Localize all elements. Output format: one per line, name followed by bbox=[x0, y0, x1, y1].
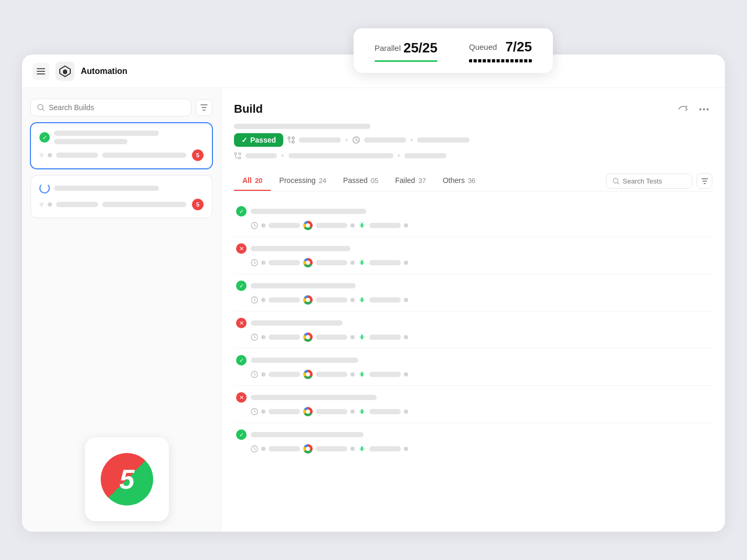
svg-point-12 bbox=[234, 153, 237, 155]
tab-processing-label: Processing bbox=[279, 176, 315, 185]
skeleton-dot bbox=[48, 202, 52, 207]
svg-point-35 bbox=[361, 447, 361, 447]
android-icon bbox=[358, 445, 366, 453]
svg-point-27 bbox=[362, 335, 363, 336]
test-row-top: ✓ bbox=[236, 206, 710, 217]
skeleton-dot bbox=[350, 447, 355, 451]
tests-filter-button[interactable] bbox=[697, 173, 712, 189]
build-meta-top bbox=[234, 124, 712, 129]
skeleton-dot bbox=[404, 261, 408, 265]
menu-button[interactable] bbox=[33, 63, 49, 80]
test-row-top: ✓ bbox=[236, 281, 710, 291]
skeleton-line bbox=[316, 260, 347, 265]
skeleton-line bbox=[316, 409, 347, 414]
parallel-value: 25/25 bbox=[403, 40, 437, 56]
skeleton-line bbox=[269, 223, 300, 228]
test-row-bottom bbox=[236, 407, 710, 416]
skeleton-line bbox=[404, 153, 446, 158]
tab-others[interactable]: Others 36 bbox=[434, 171, 484, 191]
skeleton-line bbox=[369, 335, 401, 340]
test-row-bottom bbox=[236, 258, 710, 267]
filter-button[interactable] bbox=[196, 99, 212, 116]
test-row[interactable]: ✕ bbox=[234, 386, 712, 423]
app-logo bbox=[56, 62, 74, 81]
search-builds-input[interactable] bbox=[49, 103, 185, 112]
skeleton-line bbox=[316, 372, 347, 377]
skeleton-line bbox=[369, 372, 401, 377]
skeleton-line bbox=[246, 153, 277, 158]
android-icon bbox=[358, 333, 366, 341]
svg-point-7 bbox=[707, 108, 709, 110]
test-row-top: ✕ bbox=[236, 243, 710, 254]
search-tests-input[interactable] bbox=[623, 177, 686, 185]
share-button[interactable] bbox=[675, 101, 691, 117]
skeleton-dot bbox=[404, 223, 408, 228]
build-title: Build bbox=[234, 102, 263, 116]
test-row-bottom bbox=[236, 221, 710, 230]
skeleton-dot bbox=[261, 410, 265, 414]
test-row[interactable]: ✕ bbox=[234, 237, 712, 274]
svg-point-20 bbox=[361, 261, 361, 261]
status-pass-icon: ✓ bbox=[236, 355, 247, 365]
separator: • bbox=[281, 151, 284, 160]
share-icon bbox=[678, 105, 688, 113]
tabs-bar: All 20 Processing 24 Passed 05 Failed 37 bbox=[234, 171, 712, 191]
build-card-bottom: ⑂ 5 bbox=[39, 199, 204, 210]
build-card[interactable]: ⑂ 5 bbox=[30, 175, 212, 218]
test-row-bottom bbox=[236, 370, 710, 379]
svg-point-21 bbox=[362, 261, 363, 261]
skeleton-line bbox=[251, 395, 377, 400]
more-button[interactable] bbox=[696, 101, 712, 117]
skeleton-line bbox=[269, 335, 300, 340]
build-card[interactable]: ✓ ⑂ 5 bbox=[30, 123, 212, 169]
skeleton-line bbox=[251, 320, 343, 326]
clock-icon bbox=[251, 296, 258, 304]
queued-label: Queued bbox=[469, 42, 497, 51]
test-row[interactable]: ✕ bbox=[234, 311, 712, 349]
svg-point-17 bbox=[361, 223, 361, 224]
search-icon bbox=[37, 104, 45, 111]
build-meta: ✓ Passed • bbox=[234, 133, 712, 147]
skeleton-line bbox=[251, 358, 358, 363]
branch-icon-sm bbox=[234, 152, 241, 159]
skeleton-dot bbox=[48, 153, 52, 157]
passed-label: Passed bbox=[250, 136, 276, 144]
search-bar[interactable] bbox=[30, 99, 191, 116]
test-row[interactable]: ✓ bbox=[234, 274, 712, 311]
tests-list: ✓ bbox=[234, 200, 712, 519]
test-search-bar[interactable] bbox=[606, 174, 692, 189]
test-row-bottom bbox=[236, 332, 710, 342]
skeleton-dot bbox=[261, 223, 265, 228]
svg-point-32 bbox=[361, 410, 361, 410]
skeleton-line bbox=[269, 446, 300, 451]
tab-passed[interactable]: Passed 05 bbox=[335, 171, 387, 191]
tab-processing[interactable]: Processing 24 bbox=[271, 171, 335, 191]
clock-icon bbox=[251, 333, 258, 341]
skeleton-line bbox=[269, 372, 300, 377]
svg-point-36 bbox=[362, 447, 363, 447]
test-row[interactable]: ✓ bbox=[234, 349, 712, 386]
skeleton-dot bbox=[261, 335, 265, 339]
tab-all[interactable]: All 20 bbox=[234, 171, 271, 191]
test-row[interactable]: ✓ bbox=[234, 423, 712, 460]
tabs-right bbox=[606, 173, 712, 189]
test-row[interactable]: ✓ bbox=[234, 200, 712, 237]
status-pass-icon: ✓ bbox=[236, 206, 247, 217]
skeleton-dot bbox=[261, 372, 265, 376]
search-row bbox=[30, 99, 212, 116]
skeleton-line bbox=[299, 137, 341, 143]
build-badge: 5 bbox=[192, 199, 204, 210]
svg-point-9 bbox=[292, 141, 294, 143]
skeleton-line bbox=[316, 446, 347, 451]
skeleton-dot bbox=[404, 372, 408, 376]
branch-icon: ⑂ bbox=[39, 151, 44, 159]
status-fail-icon: ✕ bbox=[236, 318, 247, 328]
tab-failed[interactable]: Failed 37 bbox=[387, 171, 434, 191]
skeleton-line bbox=[369, 409, 401, 414]
check-icon: ✓ bbox=[241, 136, 248, 144]
skeleton-line bbox=[417, 137, 469, 143]
test-search-icon bbox=[613, 178, 620, 185]
build-card-top bbox=[39, 183, 204, 193]
chrome-icon bbox=[303, 370, 313, 379]
skeleton-line bbox=[251, 432, 364, 437]
